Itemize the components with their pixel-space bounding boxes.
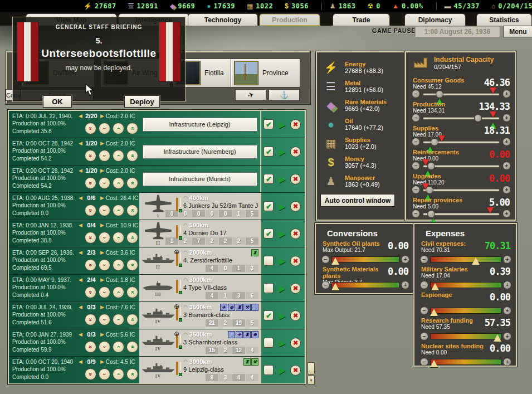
slider-decrease-button[interactable]: − [420,255,428,264]
priority-min-button[interactable]: » [85,205,96,216]
menu-button[interactable]: Menu [503,26,532,37]
cancel-production-button[interactable]: ✖ [290,365,301,376]
slider-increase-button[interactable]: + [502,138,511,146]
slider-track[interactable] [423,165,500,168]
decrease-serial-arrow[interactable]: ◀ [79,304,82,310]
slider-marker[interactable] [331,254,339,265]
slider-decrease-button[interactable]: − [420,307,428,315]
gearing-checkbox[interactable]: ✔ [263,310,274,320]
increase-serial-arrow[interactable]: ▶ [100,304,104,310]
increase-serial-arrow[interactable]: ▶ [100,113,104,119]
priority-down-button[interactable]: › [99,286,110,298]
slider-marker[interactable] [431,279,439,290]
slider-decrease-button[interactable]: − [412,162,420,170]
priority-min-button[interactable]: » [85,286,96,298]
priority-up-button[interactable]: › [113,150,124,162]
priority-min-button[interactable]: » [85,259,96,271]
expand-attachments-icon[interactable]: ⊕ [174,249,179,255]
priority-max-button[interactable]: » [126,314,138,325]
cancel-production-button[interactable]: ✖ [290,174,301,184]
slider-knob[interactable] [427,210,435,218]
priority-max-button[interactable]: » [126,150,138,162]
cancel-production-button[interactable]: ✖ [290,256,301,266]
priority-up-button[interactable]: › [113,123,124,134]
slider-track[interactable] [430,282,501,288]
slider-decrease-button[interactable]: − [412,114,420,122]
cancel-production-button[interactable]: ✖ [290,338,301,348]
decrease-serial-arrow[interactable]: ◀ [79,140,82,146]
cancel-production-button[interactable]: ✖ [290,310,301,321]
gearing-checkbox[interactable]: ✔ [263,201,274,211]
gearing-checkbox[interactable]: ✔ [263,228,274,239]
slider-track[interactable] [423,189,500,192]
priority-min-button[interactable]: » [85,368,96,380]
slider-increase-button[interactable]: + [401,255,409,264]
priority-down-button[interactable]: › [99,259,110,271]
priority-min-button[interactable]: » [85,123,96,134]
priority-down-button[interactable]: › [99,314,110,325]
priority-min-button[interactable]: » [85,341,96,353]
decrease-serial-arrow[interactable]: ◀ [79,332,82,337]
continue-production-icon[interactable]: ▶ [279,148,285,156]
slider-increase-button[interactable]: + [503,332,511,341]
slider-decrease-button[interactable]: − [420,358,428,366]
increase-serial-arrow[interactable]: ▶ [100,140,104,146]
slider-decrease-button[interactable]: − [420,281,428,289]
gearing-checkbox[interactable]: ✔ [263,256,274,266]
slider-knob[interactable] [436,90,443,98]
slider-marker[interactable] [430,356,438,367]
decrease-serial-arrow[interactable]: ◀ [79,250,82,255]
priority-down-button[interactable]: › [99,232,110,244]
priority-min-button[interactable]: » [85,232,96,244]
slider-decrease-button[interactable]: − [420,332,428,341]
gearing-checkbox[interactable]: ✔ [263,119,274,129]
priority-up-button[interactable]: › [113,259,124,271]
decrease-serial-arrow[interactable]: ◀ [79,195,82,201]
continue-production-icon[interactable]: ▶ [279,339,285,347]
unit-card[interactable]: ⊕ I ◠ 400km [139,193,260,220]
priority-up-button[interactable]: › [113,314,124,325]
cancel-production-button[interactable]: ✖ [290,201,301,212]
gearing-checkbox[interactable]: ✔ [263,174,274,184]
slider-decrease-button[interactable]: − [412,138,420,146]
slider-track[interactable] [331,282,399,288]
slider-increase-button[interactable]: + [502,210,511,218]
main-tab[interactable]: Diplomacy [404,13,466,26]
slider-increase-button[interactable]: + [503,281,511,289]
slider-increase-button[interactable]: + [401,281,409,289]
priority-max-button[interactable]: » [126,205,138,216]
slider-increase-button[interactable]: + [503,358,511,366]
continue-production-icon[interactable]: ▶ [279,366,285,374]
cancel-production-button[interactable]: ✖ [290,119,301,130]
slider-marker[interactable] [494,330,501,342]
continue-production-icon[interactable]: ▶ [279,175,285,183]
slider-knob[interactable] [474,114,482,122]
slider-track[interactable] [423,93,500,96]
slider-knob[interactable] [427,162,435,170]
building-name-box[interactable]: Infrastructure (Munich) [143,172,257,186]
gearing-checkbox[interactable]: ✔ [263,283,274,293]
slider-decrease-button[interactable]: − [412,90,420,98]
priority-down-button[interactable]: › [99,341,110,353]
slider-track[interactable] [430,256,501,262]
unit-card[interactable]: ⊕ III ◠ 3000km [139,275,260,301]
priority-up-button[interactable]: › [113,341,124,353]
unit-card[interactable]: ⊕ II ◠ 2000km [139,247,260,274]
increase-serial-arrow[interactable]: ▶ [100,250,104,255]
cancel-production-button[interactable]: ✖ [290,147,301,157]
building-name-box[interactable]: Infrastructure (Leipzig) [143,118,257,132]
continue-production-icon[interactable]: ▶ [279,284,285,293]
priority-down-button[interactable]: › [99,150,110,162]
unit-card[interactable]: ⊕ IV ◠ 3500km [139,329,260,356]
gearing-checkbox[interactable]: ✔ [263,338,274,348]
decrease-serial-arrow[interactable]: ◀ [79,277,82,283]
cancel-production-button[interactable]: ✖ [290,283,301,294]
gearing-checkbox[interactable]: ✔ [263,365,274,375]
decrease-serial-arrow[interactable]: ◀ [79,222,82,228]
main-tab[interactable]: Statistics [476,13,532,26]
increase-serial-arrow[interactable]: ▶ [100,359,104,364]
increase-serial-arrow[interactable]: ▶ [100,168,104,173]
cancel-production-button[interactable]: ✖ [290,228,301,239]
priority-min-button[interactable]: » [85,177,96,189]
slider-decrease-button[interactable]: − [321,255,330,264]
